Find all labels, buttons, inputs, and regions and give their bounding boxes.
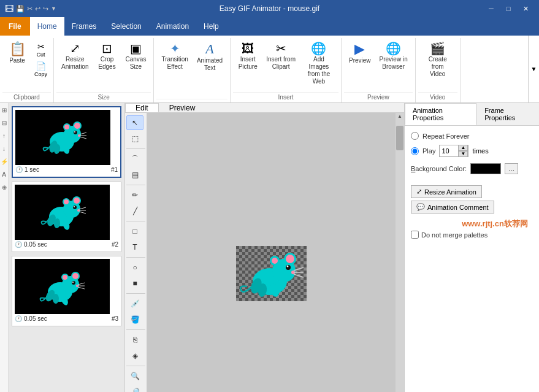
insert-clipart-button[interactable]: ✂ Insert fromClipart [262, 40, 299, 72]
menu-frames[interactable]: Frames [64, 17, 104, 36]
tool-stamp[interactable]: ◈ [126, 348, 143, 363]
frame-item-3[interactable]: 🕐 0.05 sec #3 [12, 256, 121, 326]
tool-eyedropper[interactable]: 💉 [126, 296, 143, 311]
svg-line-26 [79, 212, 86, 213]
transition-effect-button[interactable]: ✦ TransitionEffect [158, 40, 192, 72]
preview-button[interactable]: ▶ Preview [345, 40, 375, 66]
tool-copy-paste[interactable]: ⎘ [126, 332, 143, 347]
play-count-input[interactable] [440, 147, 458, 155]
create-from-video-button[interactable]: 🎬 Createfrom Video [419, 40, 456, 80]
sidebar-icon-down[interactable]: ↓ [1, 144, 7, 153]
background-color-row: Background Color: ... [411, 163, 533, 174]
title-bar: 🎞 💾 ✂ ↩ ↪ ▼ Easy GIF Animator - mouse.gi… [0, 0, 539, 17]
tool-magic-wand[interactable]: ▤ [126, 167, 143, 182]
cut-label: Cut [37, 52, 45, 58]
background-color-picker-btn[interactable]: ... [505, 163, 518, 174]
tab-frame-properties[interactable]: Frame Properties [476, 103, 539, 125]
menu-help[interactable]: Help [196, 17, 226, 36]
paste-icon: 📋 [9, 42, 26, 56]
insert-clipart-label: Insert fromClipart [266, 56, 296, 71]
tool-separator-6 [126, 329, 145, 330]
menu-home[interactable]: Home [30, 17, 64, 36]
close-button[interactable]: ✕ [517, 0, 534, 17]
animation-comment-btn[interactable]: 💬 Animation Comment [411, 201, 494, 213]
merge-palettes-row: Do not merge palettes [411, 231, 533, 239]
sidebar-icon-2[interactable]: ⊟ [1, 118, 8, 128]
svg-point-20 [74, 198, 80, 204]
spin-up[interactable]: ▲ [458, 145, 468, 151]
tool-pencil[interactable]: ✏ [126, 188, 143, 202]
add-images-web-button[interactable]: 🌐 Add Imagesfrom the Web [300, 40, 337, 87]
resize-animation-props-btn[interactable]: ⤢ Resize Animation [411, 185, 482, 198]
sidebar-icon-1[interactable]: ⊞ [1, 106, 8, 115]
tool-fill[interactable]: 🪣 [126, 312, 143, 327]
tool-select-rect[interactable]: ⬚ [126, 131, 143, 146]
menu-selection[interactable]: Selection [104, 17, 148, 36]
frame-item-2[interactable]: 🕐 0.05 sec #2 [12, 182, 121, 252]
tool-zoom-in[interactable]: 🔍 [126, 369, 143, 383]
tool-select[interactable]: ↖ [126, 115, 143, 130]
frame-canvas-1 [15, 110, 110, 165]
tab-edit[interactable]: Edit [125, 103, 159, 112]
insert-buttons: 🖼 InsertPicture ✂ Insert fromClipart 🌐 A… [233, 38, 338, 92]
maximize-button[interactable]: □ [500, 0, 517, 17]
scroll-up-arrow[interactable]: ▲ [396, 113, 404, 120]
canvas-size-button[interactable]: ▣ CanvasSize [121, 40, 150, 72]
resize-animation-btn-label: Resize Animation [424, 188, 476, 196]
ribbon-scroll-right[interactable]: ▼ [528, 36, 539, 102]
quick-access-undo[interactable]: 💾 [16, 5, 25, 13]
tab-animation-properties[interactable]: Animation Properties [405, 103, 476, 125]
tool-ellipse[interactable]: ○ [126, 260, 143, 275]
scroll-track-v[interactable] [396, 120, 404, 392]
spin-down[interactable]: ▼ [458, 151, 468, 157]
play-times-radio[interactable] [411, 147, 419, 155]
minimize-button[interactable]: ─ [483, 0, 500, 17]
tool-paintbrush[interactable]: ╱ [126, 204, 143, 218]
frame-timing-3: 🕐 0.05 sec [15, 315, 47, 322]
quick-access-dropdown[interactable]: ▼ [51, 6, 56, 12]
resize-animation-btn-icon: ⤢ [416, 188, 422, 196]
frame-item-1[interactable]: 🕐 1 sec #1 [12, 106, 121, 178]
tab-preview[interactable]: Preview [159, 103, 206, 112]
quick-access-redo2[interactable]: ↪ [43, 5, 48, 13]
tool-filled-rect[interactable]: ■ [126, 276, 143, 291]
animated-text-button[interactable]: A AnimatedText [193, 40, 226, 74]
no-merge-palettes-checkbox[interactable] [411, 231, 419, 239]
watermark: www.rjtj.cn软荐网 [411, 216, 533, 231]
svg-point-37 [72, 282, 74, 283]
preview-browser-button[interactable]: 🌐 Preview inBrowser [376, 40, 411, 72]
effects-label [156, 99, 227, 102]
quick-access-redo[interactable]: ✂ [27, 5, 32, 13]
clipboard-label: Clipboard [2, 92, 51, 102]
crop-edges-button[interactable]: ⊡ CropEdges [93, 40, 120, 72]
edit-tabs-bar: Edit Preview [125, 103, 404, 113]
scroll-thumb-v[interactable] [396, 126, 403, 150]
background-color-swatch[interactable] [470, 163, 501, 174]
quick-access-extra[interactable]: ↩ [35, 5, 40, 13]
sidebar-icon-up[interactable]: ↑ [1, 131, 7, 140]
paste-button[interactable]: 📋 Paste [4, 40, 31, 66]
copy-button[interactable]: 📄 Copy [32, 60, 50, 79]
svg-line-11 [80, 137, 86, 139]
file-menu[interactable]: File [0, 17, 30, 36]
ribbon-group-insert: 🖼 InsertPicture ✂ Insert fromClipart 🌐 A… [231, 38, 342, 102]
repeat-forever-radio[interactable] [411, 132, 419, 140]
copy-icon: 📄 [36, 61, 46, 71]
sidebar-icon-text[interactable]: A [1, 170, 7, 179]
resize-animation-button[interactable]: ⤢ ResizeAnimation [58, 40, 92, 72]
frame-timing-2: 🕐 0.05 sec [15, 241, 47, 248]
tool-zoom-out[interactable]: 🔎 [126, 385, 143, 392]
menu-animation[interactable]: Animation [149, 17, 196, 36]
frame-info-1: 🕐 1 sec #1 [15, 165, 118, 174]
tool-rectangle[interactable]: □ [126, 224, 143, 239]
sidebar-icon-add[interactable]: ⊕ [1, 183, 8, 192]
svg-line-56 [294, 274, 304, 277]
tool-text[interactable]: T [126, 240, 143, 255]
clock-icon-3: 🕐 [15, 315, 22, 322]
tool-lasso[interactable]: ⌒ [126, 152, 143, 166]
canvas-vertical-scroll[interactable]: ▲ ▼ [396, 113, 404, 392]
insert-picture-button[interactable]: 🖼 InsertPicture [234, 40, 261, 72]
sidebar-icon-effect[interactable]: ⚡ [0, 157, 9, 166]
cut-button[interactable]: ✂ Cut [32, 40, 50, 59]
repeat-forever-row: Repeat Forever [411, 132, 533, 140]
